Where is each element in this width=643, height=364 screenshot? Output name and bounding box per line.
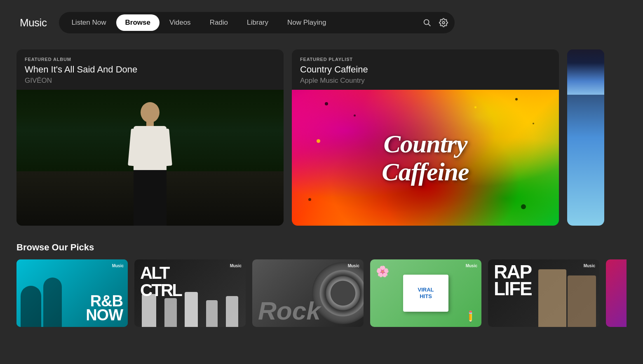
rock-badge: Music (347, 264, 359, 268)
pick-card-rap[interactable]: Music RAPLIFE (488, 259, 599, 327)
viral-notebook: VIRALHITS (403, 275, 448, 312)
browse-picks-title: Browse Our Picks (16, 242, 627, 253)
pick-card-partial[interactable] (606, 259, 627, 327)
featured-playlist-card[interactable]: FEATURED PLAYLIST Country Caffeine Apple… (292, 49, 559, 226)
viral-badge: Music (465, 264, 477, 268)
featured-album-title: When It's All Said And Done (25, 64, 275, 75)
settings-button[interactable] (436, 15, 451, 30)
nav-item-browse[interactable]: Browse (116, 14, 160, 31)
rnb-music-label: Music (112, 264, 124, 268)
flower-decoration: 🌸 (376, 265, 389, 278)
rnb-badge: Music (111, 264, 124, 268)
nav-item-videos[interactable]: Videos (160, 14, 200, 31)
nav-item-radio[interactable]: Radio (201, 14, 237, 31)
featured-row: FEATURED ALBUM When It's All Said And Do… (16, 49, 627, 226)
main-content: FEATURED ALBUM When It's All Said And Do… (0, 45, 643, 335)
nav-bar: Listen Now Browse Videos Radio Library N… (59, 12, 455, 33)
rap-music-label: Music (584, 264, 595, 268)
alt-music-label: Music (230, 264, 242, 268)
nav-item-now-playing[interactable]: Now Playing (278, 14, 336, 31)
search-button[interactable] (419, 15, 435, 30)
svg-line-1 (429, 24, 431, 26)
featured-playlist-type-label: FEATURED PLAYLIST (300, 57, 551, 62)
rock-card-text: Rock (258, 298, 321, 324)
rap-figures (538, 263, 600, 327)
featured-album-card[interactable]: FEATURED ALBUM When It's All Said And Do… (16, 49, 284, 226)
pick-card-rock[interactable]: Music Rock (252, 259, 364, 327)
featured-playlist-title: Country Caffeine (300, 64, 551, 75)
rnb-figures (16, 278, 78, 327)
svg-point-0 (424, 20, 429, 25)
rock-music-label: Music (348, 264, 359, 268)
third-card-partial[interactable] (567, 49, 604, 226)
app-name: Music (20, 16, 47, 29)
featured-album-header: FEATURED ALBUM When It's All Said And Do… (16, 49, 284, 90)
featured-album-image (16, 90, 284, 226)
featured-album-subtitle: GIVĒON (25, 77, 275, 85)
header: Music Listen Now Browse Videos Radio Lib… (0, 0, 643, 45)
pencil-decoration: ✏️ (463, 309, 478, 324)
rap-badge: Music (582, 264, 595, 268)
app-logo[interactable]: Music (16, 16, 47, 29)
rnb-card-text: R&BNOW (86, 294, 123, 322)
alt-badge: Music (229, 264, 242, 268)
alt-ctrl-card-text: ALTCTRL (140, 264, 181, 299)
featured-playlist-image: CountryCaffeine (292, 90, 559, 226)
viral-music-label: Music (466, 264, 477, 268)
picks-row: Music R&BNOW Music ALTCTRL (16, 259, 627, 327)
playlist-title-text: CountryCaffeine (382, 130, 469, 186)
pick-card-rnb[interactable]: Music R&BNOW (16, 259, 128, 327)
nav-item-listen-now[interactable]: Listen Now (62, 14, 115, 31)
artist-figure (109, 102, 191, 226)
rap-card-text: RAPLIFE (494, 264, 532, 298)
viral-notebook-text: VIRALHITS (418, 287, 434, 299)
search-icon (422, 18, 432, 27)
featured-album-type-label: FEATURED ALBUM (25, 57, 275, 62)
svg-point-2 (443, 21, 445, 24)
pick-card-alt[interactable]: Music ALTCTRL (134, 259, 246, 327)
featured-playlist-subtitle: Apple Music Country (300, 77, 551, 85)
nav-item-library[interactable]: Library (238, 14, 277, 31)
pick-card-viral[interactable]: VIRALHITS 🌸 ✏️ Music (370, 259, 481, 327)
browse-picks-section: Browse Our Picks Music R&BNOW (16, 242, 627, 327)
gear-icon (439, 18, 448, 27)
featured-playlist-header: FEATURED PLAYLIST Country Caffeine Apple… (292, 49, 559, 90)
